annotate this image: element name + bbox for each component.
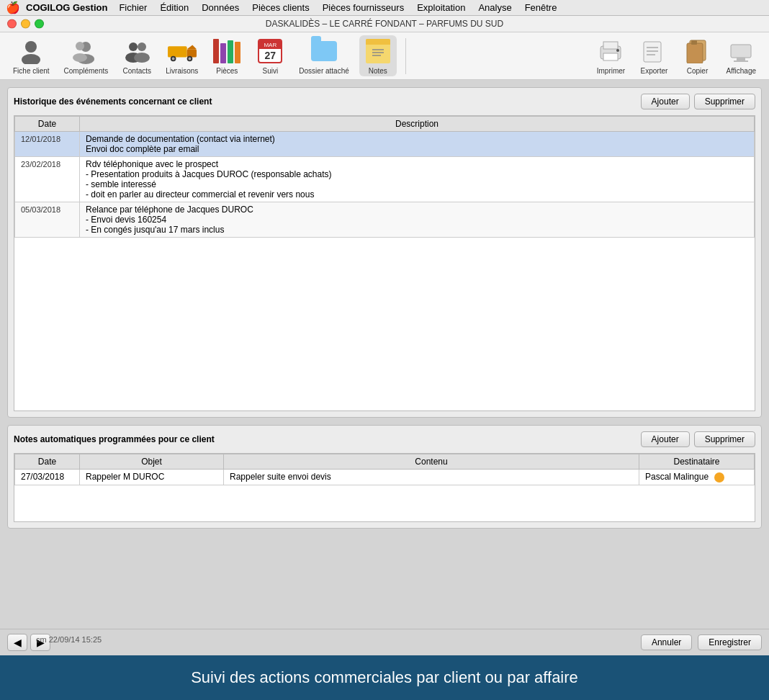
status-text: cm 22/09/14 15:25 (36, 635, 102, 644)
notes-col-objet: Objet (80, 454, 224, 470)
svg-rect-22 (603, 53, 618, 60)
window-controls (7, 19, 44, 29)
notes-contenu-0: Rappeler suite envoi devis (224, 470, 639, 485)
history-description-1: Rdv téléphonique avec le prospect- Prese… (80, 157, 755, 202)
svg-rect-33 (734, 60, 748, 62)
svg-point-9 (134, 53, 150, 63)
toolbar-livraisons[interactable]: Livraisons (161, 35, 202, 76)
toolbar-affichage[interactable]: Affichage (721, 35, 760, 76)
history-buttons: Ajouter Supprimer (641, 94, 755, 109)
affichage-icon (727, 37, 755, 66)
history-empty-space (14, 238, 755, 410)
copier-icon (683, 37, 711, 66)
nav-back-button[interactable]: ◀ (7, 634, 27, 651)
svg-rect-24 (644, 42, 661, 62)
notes-table-wrapper: Date Objet Contenu Destinataire 27/03/20… (14, 453, 755, 522)
cancel-button[interactable]: Annuler (641, 634, 692, 650)
svg-rect-10 (168, 46, 187, 57)
dossier-icon (310, 37, 338, 66)
maximize-button[interactable] (35, 19, 44, 29)
history-col-date: Date (15, 117, 80, 132)
history-date-1: 23/02/2018 (15, 157, 80, 202)
exporter-icon (639, 37, 668, 66)
exporter-label: Exporter (641, 67, 668, 75)
svg-rect-21 (603, 42, 618, 49)
notes-col-date: Date (15, 454, 80, 470)
app-name[interactable]: COGILOG Gestion (26, 2, 107, 13)
menu-fichier[interactable]: Fichier (113, 0, 153, 16)
minimize-button[interactable] (21, 19, 30, 29)
contacts-icon (122, 37, 151, 66)
complements-label: Compléments (64, 67, 109, 75)
svg-rect-31 (731, 45, 751, 58)
menu-fenetre[interactable]: Fenêtre (519, 0, 563, 16)
menu-pieces-clients[interactable]: Pièces clients (246, 0, 315, 16)
toolbar-exporter[interactable]: Exporter (635, 35, 673, 76)
svg-rect-30 (691, 40, 697, 45)
svg-rect-29 (687, 43, 703, 63)
action-buttons: Annuler Enregistrer (641, 634, 762, 650)
svg-point-1 (22, 54, 40, 64)
toolbar-notes[interactable]: Notes (359, 35, 397, 76)
titlebar: DASKALIDÈS – LE CARRÉ FONDANT – PARFUMS … (0, 16, 769, 32)
history-delete-button[interactable]: Supprimer (694, 94, 755, 109)
apple-menu[interactable]: 🍎 (6, 1, 20, 14)
toolbar-imprimer[interactable]: Imprimer (592, 35, 629, 76)
svg-marker-12 (186, 45, 196, 49)
history-header: Historique des événements concernant ce … (14, 94, 755, 109)
fiche-client-label: Fiche client (13, 67, 50, 75)
pieces-icon (212, 37, 241, 66)
history-date-0: 12/01/2018 (15, 132, 80, 157)
history-section: Historique des événements concernant ce … (7, 87, 762, 418)
svg-point-4 (76, 42, 84, 50)
history-col-description: Description (80, 117, 755, 132)
notes-title: Notes automatiques programmées pour ce c… (14, 434, 215, 444)
menu-pieces-fournisseurs[interactable]: Pièces fournisseurs (317, 0, 410, 16)
save-button[interactable]: Enregistrer (698, 634, 762, 650)
fiche-client-icon (17, 37, 45, 66)
toolbar-contacts[interactable]: Contacts (118, 35, 156, 76)
toolbar-complements[interactable]: Compléments (60, 35, 113, 76)
notes-icon (364, 37, 392, 66)
menu-exploitation[interactable]: Exploitation (411, 0, 471, 16)
toolbar-separator (405, 38, 406, 74)
history-add-button[interactable]: Ajouter (641, 94, 690, 109)
toolbar-dossier-attache[interactable]: Dossier attaché (294, 35, 353, 76)
toolbar-right: Imprimer Exporter Copier (592, 35, 760, 76)
notes-objet-0: Rappeler M DUROC (80, 470, 224, 485)
contacts-label: Contacts (123, 67, 151, 75)
notes-destinataire-0: Pascal Malingue (639, 470, 755, 485)
toolbar: Fiche client Compléments Contacts (0, 32, 769, 80)
history-description-2: Relance par téléphone de Jacques DUROC- … (80, 202, 755, 238)
livraisons-label: Livraisons (166, 67, 198, 75)
notes-label: Notes (369, 67, 387, 75)
svg-point-0 (25, 41, 37, 53)
menu-analyse[interactable]: Analyse (472, 0, 517, 16)
toolbar-pieces[interactable]: Pièces (208, 35, 246, 76)
imprimer-label: Imprimer (597, 67, 625, 75)
svg-point-16 (188, 58, 191, 60)
menu-donnees[interactable]: Données (196, 0, 245, 16)
notes-empty-space (14, 485, 755, 521)
imprimer-icon (596, 37, 625, 66)
menubar: 🍎 COGILOG Gestion Fichier Édition Donnée… (0, 0, 769, 16)
notes-add-button[interactable]: Ajouter (641, 431, 690, 447)
status-dot-0 (714, 472, 724, 483)
notes-buttons: Ajouter Supprimer (641, 431, 755, 447)
suivi-icon: MAR 27 (256, 37, 284, 66)
history-description-0: Demande de documentation (contact via in… (80, 132, 755, 157)
history-title: Historique des événements concernant ce … (14, 97, 212, 107)
notes-section: Notes automatiques programmées pour ce c… (7, 425, 762, 529)
svg-point-23 (616, 49, 619, 52)
menu-edition[interactable]: Édition (154, 0, 194, 16)
svg-point-8 (138, 42, 146, 51)
notes-delete-button[interactable]: Supprimer (694, 431, 755, 447)
window-title: DASKALIDÈS – LE CARRÉ FONDANT – PARFUMS … (266, 19, 503, 29)
toolbar-fiche-client[interactable]: Fiche client (9, 35, 54, 76)
toolbar-copier[interactable]: Copier (678, 35, 716, 76)
close-button[interactable] (7, 19, 17, 29)
pieces-label: Pièces (216, 67, 238, 75)
svg-rect-32 (737, 58, 745, 60)
livraisons-icon (168, 37, 197, 66)
toolbar-suivi[interactable]: MAR 27 Suivi (251, 35, 289, 76)
